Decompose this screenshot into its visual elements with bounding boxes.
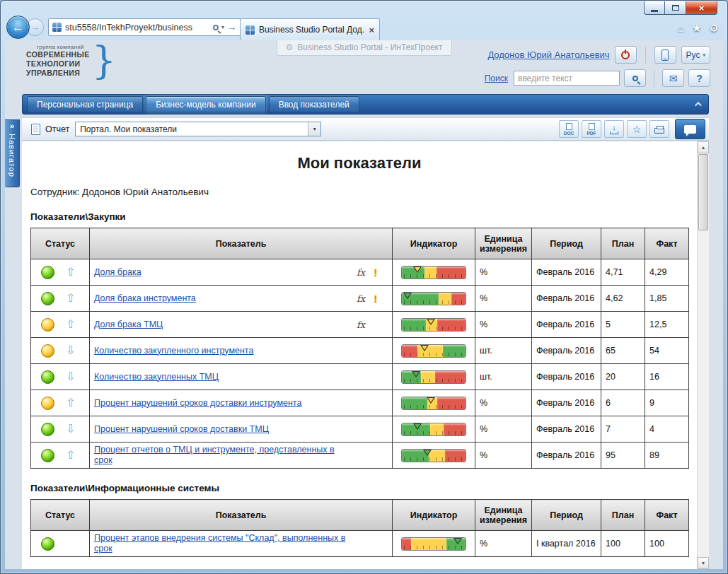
browser-tab[interactable]: Business Studio Portal Дод... ×	[240, 18, 380, 40]
gauge-ticks	[404, 546, 463, 549]
vertical-scrollbar[interactable]: ▲ ▼	[697, 141, 709, 569]
period-cell: I квартал 2016	[532, 531, 601, 557]
logo-text: группа компаний СОВРЕМЕННЫЕ ТЕХНОЛОГИИ У…	[26, 44, 90, 78]
home-icon[interactable]: ⌂	[678, 22, 684, 35]
user-profile-link[interactable]: Додонов Юрий Анатольевич	[487, 49, 609, 60]
mail-button[interactable]: ✉	[662, 69, 684, 87]
indicator-link[interactable]: Процент нарушений сроков доставки инстру…	[94, 398, 351, 409]
table-row: Процент этапов внедрения системы "Склад"…	[31, 531, 689, 557]
indicator-gauge	[401, 423, 466, 436]
indicator-gauge	[401, 344, 466, 358]
period-cell: Февраль 2016	[532, 364, 601, 390]
collapse-menu-icon[interactable]	[695, 102, 700, 107]
indicator-link[interactable]: Процент нарушений сроков доставки ТМЦ	[94, 424, 351, 435]
report-select-value: Портал. Мои показатели	[80, 124, 177, 134]
indicator-link[interactable]: Количество закупленного инструмента	[94, 346, 351, 356]
logo-line: УПРАВЛЕНИЯ	[26, 69, 90, 78]
status-cell: ⇩	[31, 364, 90, 390]
go-refresh-icon[interactable]: →	[227, 22, 236, 33]
print-button[interactable]	[649, 120, 669, 138]
section-heading: Показатели\Закупки	[30, 211, 690, 222]
logo-line: СОВРЕМЕННЫЕ	[26, 50, 90, 59]
expand-navigator-icon[interactable]: »	[10, 122, 14, 130]
table-row: ⇧Процент нарушений сроков доставки инстр…	[31, 390, 689, 416]
address-dropdown-icon[interactable]: ▾	[221, 24, 224, 30]
pdf-page-icon	[589, 123, 595, 130]
scrollbar-thumb[interactable]	[698, 154, 708, 230]
address-search-icon[interactable]	[213, 25, 219, 30]
status-cell: ⇧	[31, 286, 90, 312]
report-toolbar: Отчет Портал. Мои показатели ▼ DOC PDF ↓…	[22, 117, 709, 141]
maximize-button[interactable]	[665, 1, 686, 15]
minimize-button[interactable]	[644, 1, 665, 15]
plan-cell: 95	[601, 443, 645, 469]
language-button[interactable]: Рус ▾	[681, 46, 710, 64]
status-wrap: ⇧	[35, 449, 85, 462]
name-wrap: Процент нарушений сроков доставки инстру…	[94, 398, 388, 409]
table-row: ⇧Процент отчетов о ТМЦ и инструменте, пр…	[31, 443, 689, 469]
indicator-link[interactable]: Доля брака инструмента	[94, 293, 351, 304]
tray-icon	[610, 131, 618, 134]
plan-cell: 65	[601, 338, 645, 364]
search-input[interactable]	[514, 71, 620, 86]
favorite-report-button[interactable]: ☆	[627, 120, 647, 138]
report-label: Отчет	[45, 124, 69, 134]
help-button[interactable]: ?	[688, 69, 710, 87]
language-label: Рус	[686, 50, 700, 60]
fact-cell: 12,5	[645, 312, 689, 338]
mobile-version-button[interactable]	[654, 46, 676, 64]
back-button[interactable]: ←	[6, 16, 30, 39]
tools-gear-icon[interactable]: ⚙	[710, 22, 719, 35]
select-dropdown-icon[interactable]: ▼	[308, 122, 320, 136]
search-link[interactable]: Поиск	[485, 74, 508, 83]
scroll-up-icon[interactable]: ▲	[698, 141, 709, 153]
close-icon: ×	[699, 3, 705, 13]
column-header: Индикатор	[393, 228, 475, 259]
indicator-link[interactable]: Доля брака ТМЦ	[94, 320, 351, 330]
indicator-link[interactable]: Процент отчетов о ТМЦ и инструменте, пре…	[94, 445, 351, 466]
export-pdf-button[interactable]: PDF	[582, 120, 601, 138]
name-tail: fx	[357, 320, 388, 330]
tab-close-icon[interactable]: ×	[369, 25, 374, 35]
name-cell: Процент нарушений сроков доставки ТМЦ	[90, 416, 393, 443]
report-select[interactable]: Портал. Мои показатели ▼	[75, 122, 321, 136]
address-bar[interactable]: stu5558/InTekhProyekt/business ▾ →	[48, 18, 241, 36]
scroll-down-icon[interactable]: ▼	[698, 557, 709, 569]
gauge-ticks	[404, 300, 463, 304]
feedback-button[interactable]	[675, 119, 705, 139]
formula-icon: fx	[357, 293, 365, 304]
name-cell: Процент этапов внедрения системы "Склад"…	[90, 531, 393, 557]
period-cell: Февраль 2016	[532, 390, 601, 416]
status-green-icon	[41, 537, 54, 551]
save-export-button[interactable]: ↓	[604, 120, 624, 138]
indicator-link[interactable]: Процент этапов внедрения системы "Склад"…	[94, 533, 351, 554]
plan-cell: 100	[601, 531, 645, 557]
indicator-link[interactable]: Доля брака	[94, 267, 351, 278]
status-wrap: ⇧	[35, 397, 85, 410]
unit-cell: %	[475, 390, 532, 416]
search-button[interactable]	[624, 69, 646, 87]
unit-cell: %	[475, 443, 532, 469]
navigator-side-tab[interactable]: » Навигатор	[5, 119, 20, 187]
trend-down-icon: ⇩	[66, 345, 75, 356]
plan-cell: 4,71	[601, 259, 645, 286]
status-cell: ⇧	[31, 259, 90, 286]
fact-cell: 89	[645, 443, 689, 469]
favorites-icon[interactable]: ★	[692, 22, 701, 35]
period-cell: Февраль 2016	[532, 416, 601, 443]
nav-tab-business-model[interactable]: Бизнес-модель компании	[146, 96, 265, 112]
close-window-button[interactable]: ×	[686, 1, 717, 15]
address-bar-icons: ▾ →	[213, 22, 236, 33]
export-doc-button[interactable]: DOC	[559, 120, 579, 138]
indicator-link[interactable]: Количество закупленных ТМЦ	[94, 372, 351, 382]
status-green-icon	[41, 370, 54, 384]
marker-fill	[413, 372, 419, 376]
nav-tab-personal-page[interactable]: Персональная страница	[27, 96, 143, 112]
marker-fill	[422, 346, 427, 350]
fact-cell: 16	[645, 364, 689, 390]
logo-subtitle: группа компаний	[37, 44, 90, 50]
doc-label: DOC	[564, 131, 574, 136]
address-text: stu5558/InTekhProyekt/business	[65, 23, 209, 33]
nav-tab-indicators-input[interactable]: Ввод показателей	[269, 96, 359, 112]
logout-button[interactable]	[615, 46, 637, 64]
